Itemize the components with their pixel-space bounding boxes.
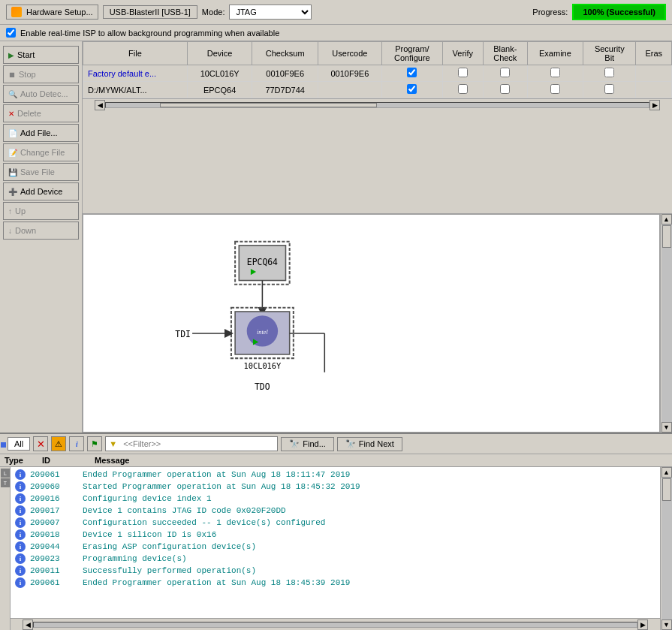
- hardware-setup-button[interactable]: Hardware Setup...: [6, 5, 98, 20]
- v-scroll-up-btn[interactable]: ▲: [661, 214, 672, 225]
- log-id: 209061: [30, 470, 83, 479]
- log-info-icon: i: [15, 541, 26, 552]
- log-text: Programming device(s): [83, 554, 655, 563]
- log-warning-icon[interactable]: ⚠: [51, 436, 66, 451]
- examine-cb-2[interactable]: [550, 84, 560, 94]
- log-flag-icon[interactable]: ⚑: [87, 436, 102, 451]
- program-cb-1[interactable]: [407, 68, 417, 77]
- security-cb-2[interactable]: [604, 84, 614, 94]
- col-device: Device: [187, 42, 252, 65]
- log-row: i 209007 Configuration succeeded -- 1 de…: [14, 517, 657, 529]
- filter-icon: ▼: [109, 439, 117, 448]
- log-scroll-right[interactable]: ▶: [637, 619, 648, 630]
- start-button[interactable]: ▶ Start: [3, 46, 79, 64]
- v-scroll-thumb[interactable]: [662, 225, 671, 248]
- log-text: Configuring device index 1: [83, 494, 655, 503]
- security-cb-1[interactable]: [604, 68, 614, 77]
- save-file-button[interactable]: 💾 Save File: [3, 163, 79, 181]
- hw-setup-label: Hardware Setup...: [26, 8, 93, 17]
- diagram-section: EPCQ64 intel 10CL016Y: [83, 214, 672, 433]
- log-id: 209018: [30, 530, 83, 539]
- verify-cb-2[interactable]: [458, 84, 468, 94]
- col-checksum: Checksum: [252, 42, 318, 65]
- usercode-1: 0010F9E6: [318, 65, 381, 82]
- log-v-scroll-thumb[interactable]: [662, 478, 671, 501]
- tiny-icon-2: T: [1, 478, 10, 487]
- scroll-right-btn[interactable]: ▶: [649, 100, 660, 110]
- col-security: SecurityBit: [583, 42, 636, 65]
- up-button[interactable]: ↑ Up: [3, 202, 79, 220]
- log-scroll-left[interactable]: ◀: [23, 619, 33, 630]
- log-info-icon: i: [15, 517, 26, 528]
- col-file: File: [83, 42, 188, 65]
- blank-cb-1[interactable]: [500, 68, 510, 77]
- find-button[interactable]: 🔭 Find...: [281, 437, 334, 451]
- find-next-button[interactable]: 🔭 Find Next: [337, 437, 402, 451]
- log-id: 209061: [30, 578, 83, 587]
- h-scroll-thumb[interactable]: [160, 103, 377, 107]
- isp-checkbox[interactable]: [6, 28, 16, 38]
- log-v-scroll-down[interactable]: ▼: [661, 619, 672, 630]
- v-scroll-track[interactable]: [661, 225, 672, 422]
- change-file-button[interactable]: 📝 Change File: [3, 143, 79, 161]
- log-v-scrollbar[interactable]: ▲ ▼: [660, 467, 672, 630]
- scroll-left-btn[interactable]: ◀: [95, 100, 105, 110]
- log-error-icon[interactable]: ✕: [33, 436, 48, 451]
- top-toolbar: Hardware Setup... USB-BlasterII [USB-1] …: [0, 0, 672, 25]
- log-row: i 209016 Configuring device index 1: [14, 493, 657, 505]
- checksum-2: 77D7D744: [252, 82, 318, 98]
- verify-cb-1[interactable]: [458, 68, 468, 77]
- log-text: Started Programmer operation at Sun Aug …: [83, 482, 655, 491]
- log-info-icon: i: [15, 505, 26, 516]
- mode-label: Mode:: [202, 8, 225, 17]
- v-scroll-down-btn[interactable]: ▼: [661, 422, 672, 433]
- log-text: Device 1 contains JTAG ID code 0x020F20D…: [83, 506, 655, 515]
- log-text: Successfully performed operation(s): [83, 566, 655, 575]
- filter-input[interactable]: [119, 438, 274, 450]
- add-file-button[interactable]: 📄 Add File...: [3, 124, 79, 142]
- right-content: File Device Checksum Usercode Program/Co…: [83, 41, 672, 433]
- col-examine: Examine: [527, 42, 583, 65]
- log-h-track[interactable]: [33, 622, 637, 628]
- file-link-1[interactable]: Factory default e...: [88, 69, 156, 78]
- log-tab-all[interactable]: All: [8, 437, 30, 451]
- main-area: ▶ Start ⏹ Stop 🔍 Auto Detec... ✕ Delete …: [0, 41, 672, 433]
- v-scrollbar[interactable]: ▲ ▼: [660, 214, 672, 433]
- log-id: 209007: [30, 518, 83, 527]
- epcq64-label: EPCQ64: [247, 257, 278, 267]
- log-text: Device 1 silicon ID is 0x16: [83, 530, 655, 539]
- add-device-button[interactable]: ➕ Add Device: [3, 182, 79, 200]
- progress-label: Progress:: [532, 8, 568, 17]
- log-h-scrollbar[interactable]: ◀ ▶: [11, 618, 660, 630]
- log-row: i 209011 Successfully performed operatio…: [14, 565, 657, 577]
- device-2: EPCQ64: [187, 82, 252, 98]
- log-id: 209023: [30, 554, 83, 563]
- log-text: Ended Programmer operation at Sun Aug 18…: [83, 578, 655, 587]
- auto-detect-button[interactable]: 🔍 Auto Detec...: [3, 85, 79, 103]
- log-type-col: Type: [5, 456, 42, 465]
- h-scroll-track[interactable]: [105, 102, 649, 108]
- log-info-icon: i: [15, 469, 26, 480]
- log-info-icon[interactable]: i: [69, 436, 84, 451]
- delete-button[interactable]: ✕ Delete: [3, 104, 79, 122]
- program-cb-2[interactable]: [407, 84, 417, 94]
- blank-cb-2[interactable]: [500, 84, 510, 94]
- examine-cb-1[interactable]: [550, 68, 560, 77]
- log-text: Ended Programmer operation at Sun Aug 18…: [83, 470, 655, 479]
- log-id: 209060: [30, 482, 83, 491]
- usb-blaster-button[interactable]: USB-BlasterII [USB-1]: [103, 5, 197, 19]
- checksum-1: 0010F9E6: [252, 65, 318, 82]
- col-erase: Eras: [636, 42, 672, 65]
- h-scrollbar[interactable]: ◀ ▶: [83, 98, 672, 110]
- down-button[interactable]: ↓ Down: [3, 222, 79, 240]
- log-info-icon: i: [15, 553, 26, 564]
- table-area: File Device Checksum Usercode Program/Co…: [83, 41, 672, 214]
- mode-select[interactable]: JTAG: [229, 5, 312, 20]
- stop-button[interactable]: ⏹ Stop: [3, 65, 79, 83]
- log-info-icon: i: [15, 481, 26, 492]
- log-text: Configuration succeeded -- 1 device(s) c…: [83, 518, 655, 527]
- tiny-icon-1: L: [1, 469, 10, 478]
- log-v-scroll-track[interactable]: [661, 478, 672, 619]
- log-v-scroll-up[interactable]: ▲: [661, 467, 672, 478]
- log-messages[interactable]: i 209061 Ended Programmer operation at S…: [11, 467, 660, 618]
